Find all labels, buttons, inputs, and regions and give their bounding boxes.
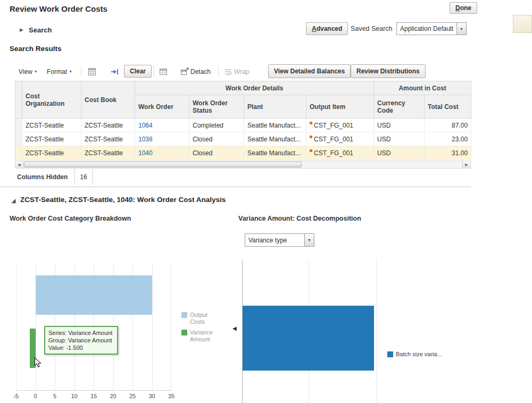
format-menu[interactable]: Format▼: [47, 68, 72, 75]
cell-plant: Seattle Manufact...: [244, 119, 306, 132]
view-menu-label: View: [19, 68, 32, 75]
col-header-work-order[interactable]: Work Order: [135, 95, 189, 119]
row-selector[interactable]: [15, 146, 22, 160]
detach-icon: [180, 68, 189, 76]
legend-swatch: [181, 312, 187, 318]
cell-work-order-status: Closed: [189, 146, 244, 160]
scroll-left-button[interactable]: ◀: [15, 161, 23, 168]
wrap-icon: [224, 68, 232, 76]
cell-cost-organization: ZCST-Seattle: [22, 146, 81, 160]
tooltip-series-line: Series: Variance Amount: [48, 329, 114, 337]
panel-splitter-collapse-icon[interactable]: ◀: [232, 325, 237, 331]
col-header-output-item[interactable]: Output Item: [306, 95, 374, 119]
scroll-right-button[interactable]: ▶: [462, 161, 470, 168]
table-row[interactable]: ZCST-Seattle ZCST-Seattle 1038 Closed Se…: [15, 132, 471, 146]
saved-search-select[interactable]: Application Default ▼: [396, 22, 467, 35]
row-selector[interactable]: [15, 119, 22, 132]
saved-search-value[interactable]: Application Default: [396, 22, 456, 35]
work-order-link[interactable]: 1038: [138, 136, 153, 143]
legend-item-variance-amount[interactable]: Variance Amount: [181, 329, 214, 343]
x-tick-label: 30: [148, 393, 155, 399]
cell-currency-code: USD: [374, 119, 425, 132]
search-section-label[interactable]: Search: [29, 26, 52, 34]
x-tick-label: -5: [13, 393, 19, 399]
item-flag-icon: [310, 122, 312, 124]
advanced-button[interactable]: Advanced: [306, 22, 348, 35]
col-header-work-order-status[interactable]: Work Order Status: [189, 95, 244, 119]
view-detailed-balances-button[interactable]: View Detailed Balances: [268, 64, 351, 78]
x-tick-label: 5: [53, 393, 56, 399]
format-menu-label: Format: [47, 68, 67, 75]
done-button[interactable]: Done: [450, 2, 477, 14]
cell-plant: Seattle Manufact...: [244, 146, 306, 160]
gridline: [152, 263, 153, 390]
work-order-link[interactable]: 1040: [138, 149, 153, 157]
col-header-plant[interactable]: Plant: [244, 95, 306, 119]
review-distributions-button[interactable]: Review Distributions: [351, 64, 426, 78]
col-header-cost-book[interactable]: Cost Book: [81, 81, 135, 119]
search-results-heading: Search Results: [10, 45, 62, 53]
chart-tooltip: Series: Variance Amount Group: Variance …: [44, 326, 118, 355]
tooltip-value-line: Value: -1.500: [48, 344, 114, 351]
view-menu[interactable]: View▼: [19, 68, 38, 75]
item-flag-icon: [310, 149, 312, 152]
horizontal-scrollbar[interactable]: ◀ ▶: [15, 161, 471, 169]
export-to-excel-button[interactable]: [86, 66, 98, 78]
breakdown-legend: Output Costs Variance Amount: [181, 312, 214, 347]
x-tick-label: 0: [34, 393, 37, 399]
cell-cost-book: ZCST-Seattle: [81, 146, 135, 160]
item-flag-icon: [310, 136, 312, 138]
work-order-link[interactable]: 1064: [138, 122, 153, 129]
group-header-work-order-details: Work Order Details: [135, 81, 374, 95]
cell-work-order: 1038: [135, 132, 189, 146]
legend-item-batch-size-variance[interactable]: Batch size varia...: [387, 351, 456, 358]
cell-output-item: CST_FG_001: [306, 146, 374, 160]
x-tick-label: 10: [71, 393, 77, 399]
dropdown-arrow-icon[interactable]: ▼: [456, 22, 467, 35]
clear-button[interactable]: Clear: [124, 65, 152, 78]
cell-total-cost: 31.00: [425, 146, 471, 160]
col-header-currency-code[interactable]: Currency Code: [374, 95, 425, 119]
detach-button-icon-area[interactable]: [179, 66, 190, 78]
col-header-cost-organization[interactable]: Cost Organization: [22, 81, 81, 119]
cell-work-order: 1040: [135, 146, 189, 160]
bar-output-costs[interactable]: [36, 275, 152, 315]
output-item-text: CST_FG_001: [314, 122, 353, 129]
scrollbar-thumb[interactable]: [24, 162, 302, 167]
decomposition-legend: Batch size varia...: [387, 351, 456, 362]
cell-currency-code: USD: [374, 132, 425, 146]
mouse-cursor: [34, 357, 41, 370]
columns-hidden-count: 16: [74, 169, 93, 185]
cell-work-order: 1064: [135, 119, 189, 132]
go-button[interactable]: [109, 66, 120, 78]
dropdown-arrow-icon[interactable]: ▼: [304, 233, 314, 247]
search-disclosure-icon[interactable]: ▶: [20, 27, 23, 32]
variance-type-select[interactable]: Variance type ▼: [245, 233, 314, 247]
variance-type-value[interactable]: Variance type: [245, 233, 304, 247]
caret-down-icon: ▼: [34, 70, 38, 73]
cell-cost-book: ZCST-Seattle: [81, 119, 135, 132]
cell-plant: Seattle Manufact...: [244, 132, 306, 146]
legend-swatch: [181, 330, 187, 335]
page-title: Review Work Order Costs: [10, 4, 107, 13]
x-tick-label: 20: [110, 393, 116, 399]
bar-batch-size-variance[interactable]: [243, 306, 374, 371]
side-panel-tab[interactable]: [513, 15, 532, 33]
detach-button[interactable]: Detach: [190, 68, 211, 75]
analysis-section-title[interactable]: ZCST-Seattle, ZCST-Seattle, 1040: Work O…: [20, 196, 226, 204]
x-tick-label: 35: [168, 393, 174, 399]
cell-currency-code: USD: [374, 146, 425, 160]
saved-search-label: Saved Search: [351, 25, 393, 32]
output-item-text: CST_FG_001: [314, 136, 353, 143]
legend-label: Output Costs: [190, 312, 214, 325]
row-selector[interactable]: [15, 132, 22, 146]
table-row[interactable]: ZCST-Seattle ZCST-Seattle 1064 Completed…: [15, 119, 471, 132]
query-by-example-button[interactable]: [157, 66, 169, 78]
col-header-total-cost[interactable]: Total Cost: [425, 95, 471, 119]
gridline: [171, 263, 171, 390]
caret-down-icon: ▼: [69, 70, 72, 73]
output-item-text: CST_FG_001: [314, 149, 353, 157]
analysis-disclosure-icon[interactable]: ◢: [11, 197, 15, 204]
legend-item-output-costs[interactable]: Output Costs: [181, 312, 214, 325]
table-row-selected[interactable]: ZCST-Seattle ZCST-Seattle 1040 Closed Se…: [15, 146, 471, 160]
